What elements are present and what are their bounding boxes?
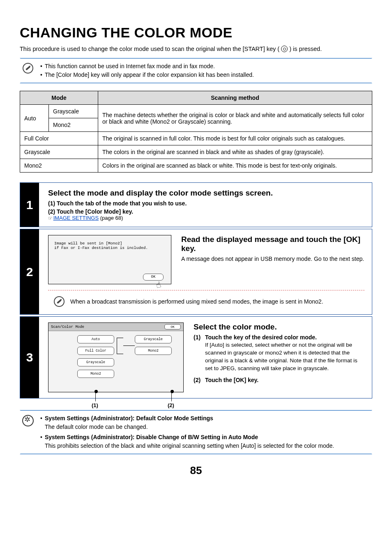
radio-mono2[interactable]: Mono2 (135, 347, 172, 355)
note-icon-wrap (21, 414, 35, 426)
mode-buttons: Auto Full Color Grayscale Mono2 (77, 335, 114, 378)
step-1-number: 1 (20, 183, 39, 227)
callout-dot (171, 390, 174, 393)
step-2-panel: Image will be sent in [Mono2] if Fax or … (48, 235, 171, 284)
intro-post: ) is pressed. (289, 46, 322, 52)
td-auto-desc: The machine detects whether the original… (98, 105, 372, 132)
intro-text: This procedure is used to change the col… (20, 46, 372, 52)
pointer-icon: ☞ (48, 215, 52, 221)
step-2-inner-text: When a broadcast transmission is perform… (70, 298, 323, 305)
step-2-body: Image will be sent in [Mono2] if Fax or … (39, 229, 372, 314)
step-3-panel: Scan/Color Mode OK Auto Full Color Grays… (48, 322, 184, 392)
msg-dialog: Image will be sent in [Mono2] if Fax or … (48, 235, 171, 284)
admin-d1: The default color mode can be changed. (45, 423, 213, 431)
step-2-title: Read the displayed message and touch the… (181, 235, 364, 253)
admin-t1: System Settings (Administrator): Default… (45, 415, 213, 421)
td-fullcolor-desc: The original is scanned in full color. T… (98, 132, 372, 145)
note-icon-wrap (21, 62, 35, 74)
step-2-desc: A message does not appear in USB memory … (181, 256, 364, 262)
admin-note-box: •System Settings (Administrator): Defaul… (20, 410, 372, 454)
bullet-num: (2) (194, 377, 205, 383)
bracket-icon (117, 338, 123, 354)
gear-icon (22, 415, 34, 426)
dialog-ok-button[interactable]: OK (143, 274, 164, 281)
td-fullcolor: Full Color (20, 132, 98, 145)
bullet: • (40, 433, 42, 450)
admin-note-content: •System Settings (Administrator): Defaul… (40, 414, 371, 450)
radio-grayscale[interactable]: Grayscale (135, 335, 172, 343)
step-1-sub2: (2) Touch the [Color Mode] key. (48, 208, 364, 215)
bullet: • (40, 414, 42, 431)
step-1-sub1: (1) Touch the tab of the mode that you w… (48, 200, 364, 207)
step-3-text: Select the color mode. (1)Touch the key … (194, 322, 364, 392)
s1-text: Touch the key of the desired color mode. (205, 334, 317, 341)
bullet-num: (1) (194, 334, 205, 341)
step-3-title: Select the color mode. (194, 322, 364, 332)
dialog-title: Scan/Color Mode (51, 325, 84, 329)
s2-text: Touch the [OK] key. (205, 377, 258, 383)
note-content: •This function cannot be used in Interne… (40, 62, 371, 79)
callout-dot (95, 390, 98, 393)
image-settings-link[interactable]: IMAGE SETTINGS (53, 215, 99, 221)
dialog-titlebar: Scan/Color Mode OK (48, 323, 183, 331)
td-mono2: Mono2 (20, 159, 98, 173)
mono2-button[interactable]: Mono2 (77, 370, 114, 378)
note1-line1: This function cannot be used in Internet… (45, 62, 215, 71)
td-grayscale-desc: The colors in the original are scanned i… (98, 145, 372, 159)
callout-label-2: (2) (168, 402, 174, 408)
step-3-number: 3 (20, 317, 39, 398)
page-title: CHANGING THE COLOR MODE (20, 25, 372, 41)
callout-line (171, 392, 172, 401)
link-after: (page 68) (99, 215, 123, 221)
start-key-icon (281, 46, 288, 52)
callout-line (95, 392, 96, 401)
color-mode-dialog: Scan/Color Mode OK Auto Full Color Grays… (48, 322, 184, 392)
pencil-icon (23, 63, 33, 74)
intro-pre: This procedure is used to change the col… (20, 46, 279, 52)
step-2-text: Read the displayed message and touch the… (181, 235, 364, 284)
msg-line2: if Fax or I-Fax destination is included. (54, 246, 165, 250)
step-1: 1 Select the mode and display the color … (20, 182, 372, 227)
step-3-s1-desc: If [Auto] is selected, select whether or… (205, 341, 364, 373)
step-3-s1: (1)Touch the key of the desired color mo… (194, 334, 364, 341)
page-number: 85 (20, 464, 372, 477)
step-3-s2: (2)Touch the [OK] key. (194, 377, 364, 383)
th-mode: Mode (20, 91, 98, 105)
step-2: 2 Image will be sent in [Mono2] if Fax o… (20, 229, 372, 315)
admin-t2: System Settings (Administrator): Disable… (45, 434, 258, 440)
bullet: • (40, 62, 42, 71)
fullcolor-button[interactable]: Full Color (77, 347, 114, 355)
admin-d2: This prohibits selection of the black an… (45, 442, 334, 450)
td-auto-gray: Grayscale (49, 105, 98, 118)
td-mono2-desc: Colors in the original are scanned as bl… (98, 159, 372, 173)
callout-label-1: (1) (92, 402, 98, 408)
hand-cursor-icon: ☝ (155, 280, 162, 291)
step-2-inner-note: When a broadcast transmission is perform… (48, 295, 364, 309)
pencil-icon (54, 296, 65, 307)
td-grayscale: Grayscale (20, 145, 98, 159)
dialog-ok-button[interactable]: OK (164, 324, 181, 329)
td-auto-mono: Mono2 (49, 118, 98, 132)
note1-line2: The [Color Mode] key will only appear if… (45, 71, 254, 79)
step-2-number: 2 (20, 229, 39, 314)
msg-line1: Image will be sent in [Mono2] (54, 241, 165, 246)
step-1-link-row: ☞ IMAGE SETTINGS (page 68) (48, 215, 364, 221)
bullet: • (40, 71, 42, 79)
th-scan: Scanning method (98, 91, 372, 105)
mode-table: Mode Scanning method Auto Grayscale The … (20, 91, 372, 173)
td-auto: Auto (20, 105, 49, 132)
grayscale-button[interactable]: Grayscale (77, 358, 114, 366)
step-1-title: Select the mode and display the color mo… (48, 189, 364, 198)
step-3-body: Scan/Color Mode OK Auto Full Color Grays… (39, 317, 372, 398)
step-3: 3 Scan/Color Mode OK Auto Full Color Gra… (20, 316, 372, 398)
radio-buttons: Grayscale Mono2 (135, 335, 172, 355)
auto-button[interactable]: Auto (77, 335, 114, 343)
bracket-line (123, 345, 135, 346)
dashed-separator (48, 290, 364, 290)
note-box-top: •This function cannot be used in Interne… (20, 58, 372, 83)
step-1-body: Select the mode and display the color mo… (39, 183, 372, 227)
